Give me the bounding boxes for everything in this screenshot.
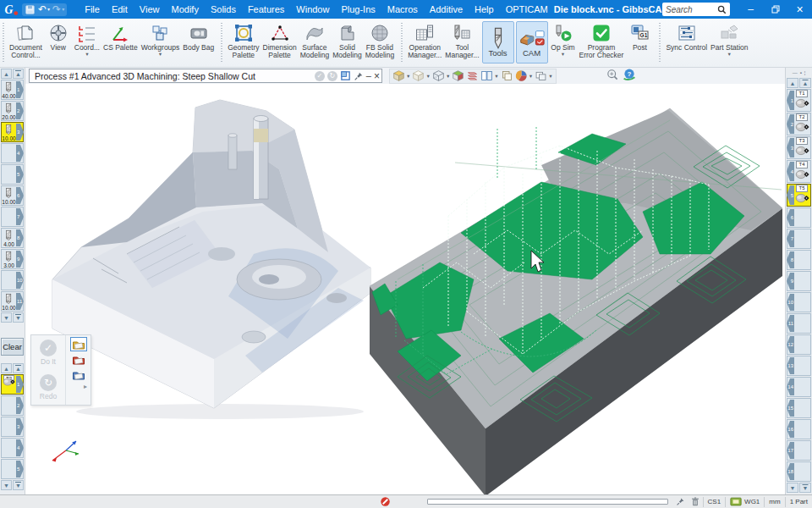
trash-icon[interactable] xyxy=(690,496,700,507)
chevron-down-icon[interactable]: ▼ xyxy=(406,74,410,79)
zoom-fit-icon[interactable] xyxy=(606,68,619,85)
chevron-down-icon[interactable]: ▼ xyxy=(727,52,732,58)
expand-arrow-icon[interactable]: ▸ xyxy=(84,383,87,390)
tool-tile-15[interactable]: 15 xyxy=(787,398,811,418)
minimize-icon[interactable]: – xyxy=(738,0,763,19)
tool-tile-13[interactable]: 13 xyxy=(787,356,811,376)
viewbar-dual-pane-icon[interactable]: ▼ xyxy=(480,69,499,82)
minimize-icon[interactable]: — xyxy=(793,70,798,75)
viewbar-window-layout-icon[interactable]: ▼ xyxy=(534,69,553,82)
units-indicator[interactable]: mm xyxy=(764,497,784,507)
viewbar-ghost-cube-icon[interactable]: ▼ xyxy=(411,69,431,82)
operation-tile-5[interactable]: 5 xyxy=(1,459,24,479)
menu-help[interactable]: Help xyxy=(469,0,500,19)
chevron-down-icon[interactable]: ▼ xyxy=(425,74,430,79)
undo-dropdown-icon[interactable]: ▾ xyxy=(47,7,50,12)
chevron-down-icon[interactable]: ▼ xyxy=(548,74,552,79)
menu-view[interactable]: View xyxy=(134,0,166,19)
close-icon[interactable]: × xyxy=(374,71,380,81)
apply-icon[interactable]: ✓ xyxy=(315,71,325,81)
detach-window-icon[interactable] xyxy=(340,70,351,81)
toolpath-model[interactable] xyxy=(370,108,782,494)
minimize-icon[interactable]: – xyxy=(366,71,371,80)
red-folder-icon[interactable] xyxy=(70,352,87,367)
operation-tile-4[interactable]: 4 xyxy=(1,438,24,458)
ribbon-operation-manager[interactable]: Operation Manager... xyxy=(406,20,443,66)
scroll-up-icon[interactable]: ▲ xyxy=(787,78,798,88)
process-window-bar[interactable]: Process #1 Advanced 3D Machining: Steep … xyxy=(29,69,382,83)
menu-macros[interactable]: Macros xyxy=(381,0,424,19)
menu-solids[interactable]: Solids xyxy=(205,0,242,19)
chevron-down-icon[interactable]: ▼ xyxy=(529,74,533,79)
ribbon-tools[interactable]: Tools xyxy=(482,21,514,64)
menu-plug-ins[interactable]: Plug-Ins xyxy=(335,0,381,19)
help-icon[interactable]: ? xyxy=(623,68,636,85)
tool-tile-17[interactable]: 17 xyxy=(787,440,811,461)
scroll-down-icon[interactable]: ▼ xyxy=(787,483,798,493)
pin-icon[interactable] xyxy=(354,71,364,81)
process-tile-2[interactable]: 220.00 xyxy=(1,101,24,121)
tool-tile-6[interactable]: 6 xyxy=(787,207,811,228)
operation-tile-3[interactable]: 3 xyxy=(1,417,24,437)
scroll-up-icon[interactable]: ▲ xyxy=(1,363,12,373)
ribbon-op-sim[interactable]: Op Sim▼ xyxy=(549,20,578,66)
ribbon-sync-control[interactable]: Sync Control xyxy=(664,20,709,66)
scroll-up-icon[interactable]: ▲ xyxy=(13,363,24,373)
pin-icon[interactable] xyxy=(676,497,685,506)
tool-tile-11[interactable]: 11 xyxy=(787,313,811,334)
ribbon-geometry-palette[interactable]: Geometry Palette xyxy=(226,20,261,66)
yellow-folder-icon[interactable] xyxy=(70,337,87,351)
chevron-down-icon[interactable]: ▼ xyxy=(494,74,498,79)
menu-edit[interactable]: Edit xyxy=(106,0,134,19)
ribbon-cam[interactable]: CAM xyxy=(516,21,548,64)
process-tile-5[interactable]: 5 xyxy=(1,164,24,185)
tool-tile-9[interactable]: 9 xyxy=(787,271,811,291)
viewbar-render-modes-icon[interactable]: ▼ xyxy=(514,69,534,82)
save-icon[interactable] xyxy=(25,4,36,15)
ribbon-program-error-checker[interactable]: Program Error Checker xyxy=(578,20,626,66)
chevron-down-icon[interactable]: ▼ xyxy=(561,52,565,58)
progress-bar[interactable] xyxy=(427,499,668,505)
tool-tile-2[interactable]: 2T2 xyxy=(787,113,811,135)
dock-icon[interactable]: ▪ xyxy=(800,70,802,75)
operation-tile-1[interactable]: 1T3 xyxy=(1,374,24,395)
process-tile-6[interactable]: 610.00 xyxy=(1,185,24,206)
scroll-down-icon[interactable]: ▼ xyxy=(1,480,12,490)
viewbar-section-slices-icon[interactable] xyxy=(465,69,480,82)
menu-window[interactable]: Window xyxy=(290,0,335,19)
process-tile-1[interactable]: 140.00 xyxy=(1,80,24,100)
gibbscam-logo-icon[interactable]: G xyxy=(3,2,19,17)
process-tile-8[interactable]: 84.00 xyxy=(1,228,24,248)
menu-modify[interactable]: Modify xyxy=(166,0,205,19)
tool-tile-3[interactable]: 3T3 xyxy=(787,136,811,159)
tool-tile-5[interactable]: 5T5 xyxy=(787,184,811,207)
process-tile-3[interactable]: 310.00 xyxy=(1,122,24,142)
operation-tile-2[interactable]: 2 xyxy=(1,395,24,416)
viewbar-colored-cube-icon[interactable] xyxy=(451,69,465,82)
clear-button[interactable]: Clear xyxy=(1,338,24,356)
tool-tile-18[interactable]: 18 xyxy=(787,461,811,482)
ribbon-fb-solid-modeling[interactable]: FB Solid Modeling xyxy=(364,20,397,66)
blue-folder-icon[interactable] xyxy=(70,367,87,382)
tool-tile-14[interactable]: 14 xyxy=(787,377,811,397)
chevron-down-icon[interactable]: ▼ xyxy=(85,52,89,58)
process-tile-10[interactable]: 10 xyxy=(1,270,24,290)
ribbon-workgroups[interactable]: Workgroups▼ xyxy=(140,20,182,66)
scroll-up-icon[interactable]: ▲ xyxy=(799,78,811,88)
tool-tile-16[interactable]: 16 xyxy=(787,419,811,439)
revert-icon[interactable]: ↻ xyxy=(327,71,337,81)
viewbar-shaded-cube-icon[interactable]: ▼ xyxy=(392,69,411,82)
chevron-down-icon[interactable]: ▼ xyxy=(446,74,450,79)
ribbon-tool-manager[interactable]: Tool Manager... xyxy=(443,20,480,66)
tool-tile-1[interactable]: 1T1 xyxy=(787,89,811,112)
process-tile-7[interactable]: 7 xyxy=(1,207,24,227)
do-it-button[interactable]: ✓ Do It xyxy=(31,335,65,370)
search-input[interactable]: Search xyxy=(662,3,730,16)
ribbon-dimension-palette[interactable]: Dimension Palette xyxy=(261,20,299,66)
cs-indicator[interactable]: CS1 xyxy=(703,497,726,507)
close-icon[interactable]: × xyxy=(787,0,812,19)
chevron-down-icon[interactable]: ▼ xyxy=(158,52,162,58)
menu-features[interactable]: Features xyxy=(242,0,290,19)
part-count[interactable]: 1 Part xyxy=(785,497,812,507)
menu-file[interactable]: File xyxy=(79,0,106,19)
